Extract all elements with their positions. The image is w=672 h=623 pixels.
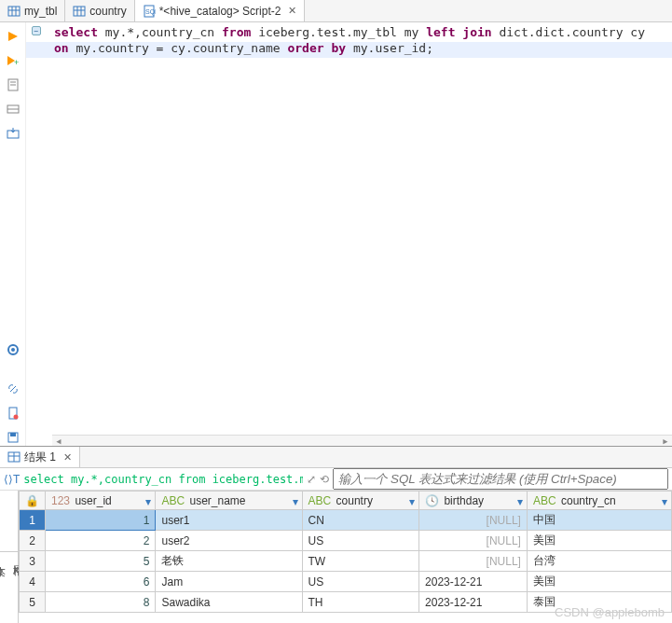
cell-country-cn[interactable]: 美国 [527, 531, 671, 551]
cell-user-id[interactable]: 1 [46, 510, 156, 531]
sort-icon[interactable]: ▾ [145, 495, 151, 508]
cell-country[interactable]: US [302, 531, 419, 551]
tab-country[interactable]: country [65, 0, 134, 21]
applied-sql: select my.*,country_cn from iceberg.test… [23, 473, 303, 486]
sql-script-icon: SQL [143, 5, 156, 18]
main-area: + − select my.*,country_cn from iceberg.… [0, 22, 672, 446]
rownum-cell[interactable]: 3 [20, 551, 46, 572]
table-row[interactable]: 46JamUS2023-12-21美国 [20, 572, 672, 592]
cell-country-cn[interactable]: 美国 [527, 572, 671, 592]
run-plus-button[interactable]: + [5, 52, 21, 69]
refresh-icon[interactable]: ⟲ [320, 473, 329, 486]
svg-rect-22 [10, 433, 16, 436]
cell-country-cn[interactable]: 中国 [527, 510, 671, 531]
cell-user-name[interactable]: Sawadika [156, 592, 302, 613]
left-toolbar: + [0, 22, 26, 446]
results-grid[interactable]: 🔒 123 user_id▾ ABC user_name▾ ABC countr… [19, 491, 672, 623]
sort-icon[interactable]: ▾ [517, 495, 523, 508]
grid-icon [7, 450, 21, 464]
col-user-id[interactable]: 123 user_id▾ [46, 491, 156, 510]
filter-row: ⟨⟩T select my.*,country_cn from iceberg.… [0, 468, 672, 491]
table-row[interactable]: 22user2US[NULL]美国 [20, 531, 672, 551]
tab-my-tbl[interactable]: my_tbl [0, 0, 65, 21]
sql-chip-icon[interactable]: ⟨⟩T [4, 473, 20, 486]
cell-user-id[interactable]: 5 [46, 551, 156, 572]
editor-scrollbar[interactable]: ◂ ▸ [52, 435, 672, 446]
sort-icon[interactable]: ▾ [662, 495, 667, 508]
svg-rect-4 [74, 7, 85, 16]
watermark: CSDN @applebomb [555, 605, 665, 619]
cell-birthday[interactable]: 2023-12-21 [419, 572, 528, 592]
result-view-tabs: 网格 文本 [0, 491, 19, 623]
col-user-name[interactable]: ABC user_name▾ [156, 491, 302, 510]
table-icon [73, 5, 86, 18]
cell-user-id[interactable]: 8 [46, 592, 156, 613]
cell-birthday[interactable]: [NULL] [419, 531, 528, 551]
results-tab-1[interactable]: 结果 1 ✕ [0, 447, 80, 467]
clock-icon: 🕓 [425, 494, 439, 507]
rownum-cell[interactable]: 1 [20, 510, 46, 531]
scroll-right-icon[interactable]: ▸ [659, 436, 672, 446]
explain-button[interactable] [5, 101, 21, 118]
cell-user-name[interactable]: user2 [156, 531, 302, 551]
code-content: select my.*,country_cn from iceberg.test… [54, 24, 672, 56]
tab-label: *<hive_catalog> Script-2 [159, 5, 281, 18]
rownum-header: 🔒 [20, 491, 46, 510]
col-country[interactable]: ABC country▾ [302, 491, 419, 510]
cell-user-id[interactable]: 2 [46, 531, 156, 551]
cell-user-name[interactable]: 老铁 [156, 551, 302, 572]
editor-tabs: my_tbl country SQL *<hive_catalog> Scrip… [0, 0, 672, 22]
filter-input[interactable] [333, 468, 668, 490]
tab-label: my_tbl [24, 5, 57, 18]
cell-country[interactable]: TW [302, 551, 419, 572]
svg-point-18 [11, 348, 15, 352]
fold-gutter: − [32, 26, 41, 35]
table-icon [7, 5, 21, 18]
svg-rect-0 [8, 7, 20, 16]
results-tab-label: 结果 1 [24, 450, 56, 465]
fold-icon[interactable]: − [32, 26, 41, 35]
results-tabstrip: 结果 1 ✕ [0, 446, 672, 468]
cell-country[interactable]: CN [302, 510, 419, 531]
cell-user-name[interactable]: Jam [156, 572, 302, 592]
sql-editor[interactable]: − select my.*,country_cn from iceberg.te… [26, 22, 672, 446]
tab-script2[interactable]: SQL *<hive_catalog> Script-2 ✕ [135, 0, 306, 21]
results-grid-wrap: 网格 文本 🔒 123 user_id▾ ABC user_name▾ ABC … [0, 491, 672, 623]
cell-country[interactable]: US [302, 572, 419, 592]
link-button[interactable] [5, 381, 21, 397]
table-row[interactable]: 35老铁TW[NULL]台湾 [20, 551, 672, 572]
svg-text:SQL: SQL [145, 8, 156, 16]
sort-icon[interactable]: ▾ [409, 495, 415, 508]
cell-user-name[interactable]: user1 [156, 510, 302, 531]
col-country-cn[interactable]: ABC country_cn▾ [527, 491, 671, 510]
rownum-cell[interactable]: 5 [20, 592, 46, 613]
file-button[interactable] [5, 405, 21, 422]
rownum-cell[interactable]: 2 [20, 531, 46, 551]
script-button[interactable] [5, 76, 21, 93]
cell-user-id[interactable]: 6 [46, 572, 156, 592]
cell-birthday[interactable]: 2023-12-21 [419, 592, 528, 613]
vtab-text[interactable]: 文本 [0, 551, 9, 563]
save-button[interactable] [5, 429, 21, 446]
col-birthday[interactable]: 🕓 birthday▾ [419, 491, 528, 510]
scroll-left-icon[interactable]: ◂ [52, 436, 65, 446]
expand-icon[interactable]: ⤢ [307, 473, 316, 486]
cell-birthday[interactable]: [NULL] [419, 551, 528, 572]
close-icon[interactable]: ✕ [288, 5, 296, 17]
svg-text:+: + [14, 58, 19, 67]
close-icon[interactable]: ✕ [63, 451, 72, 464]
run-button[interactable] [5, 28, 21, 45]
sort-icon[interactable]: ▾ [293, 495, 298, 508]
cell-country-cn[interactable]: 台湾 [527, 551, 671, 572]
table-row[interactable]: 11user1CN[NULL]中国 [20, 510, 672, 531]
cell-birthday[interactable]: [NULL] [419, 510, 528, 531]
export-button[interactable] [5, 125, 21, 142]
tab-label: country [89, 5, 126, 18]
cell-country[interactable]: TH [302, 592, 419, 613]
rownum-cell[interactable]: 4 [20, 572, 46, 592]
settings-button[interactable] [5, 341, 21, 358]
lock-icon: 🔒 [25, 494, 39, 507]
svg-point-20 [13, 415, 18, 420]
